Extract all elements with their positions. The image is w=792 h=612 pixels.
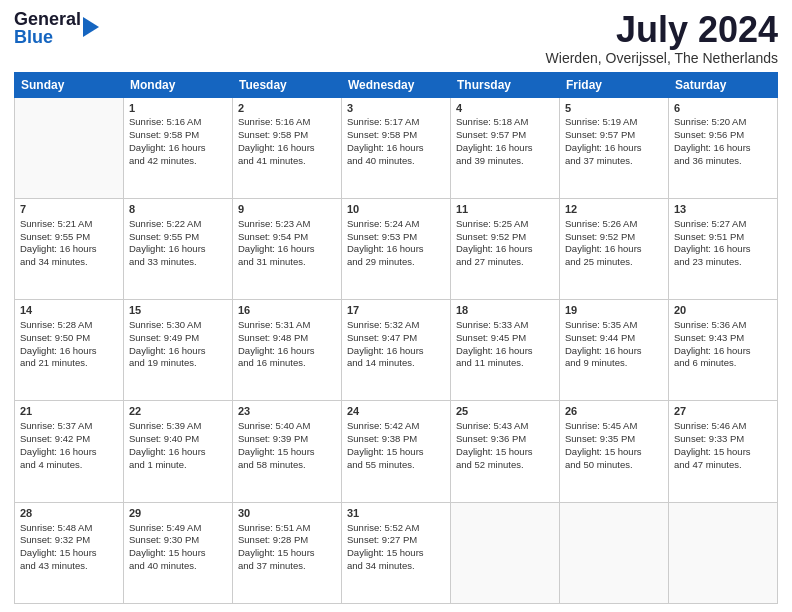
day-number: 14 (20, 303, 118, 318)
cell-text: Sunset: 9:55 PM (129, 231, 227, 244)
cell-text: Daylight: 16 hours (347, 142, 445, 155)
cell-text: and 37 minutes. (238, 560, 336, 573)
day-number: 18 (456, 303, 554, 318)
calendar-cell: 6Sunrise: 5:20 AMSunset: 9:56 PMDaylight… (669, 97, 778, 198)
cell-text: Sunset: 9:43 PM (674, 332, 772, 345)
cell-text: Daylight: 15 hours (456, 446, 554, 459)
calendar-cell: 31Sunrise: 5:52 AMSunset: 9:27 PMDayligh… (342, 502, 451, 603)
cell-text: and 14 minutes. (347, 357, 445, 370)
cell-text: Sunset: 9:57 PM (565, 129, 663, 142)
cell-text: and 55 minutes. (347, 459, 445, 472)
cell-text: and 9 minutes. (565, 357, 663, 370)
cell-text: and 40 minutes. (347, 155, 445, 168)
calendar-cell: 7Sunrise: 5:21 AMSunset: 9:55 PMDaylight… (15, 198, 124, 299)
day-number: 27 (674, 404, 772, 419)
cell-text: and 27 minutes. (456, 256, 554, 269)
cell-text: Sunrise: 5:16 AM (238, 116, 336, 129)
day-number: 17 (347, 303, 445, 318)
cell-text: Sunset: 9:36 PM (456, 433, 554, 446)
cell-text: Daylight: 16 hours (456, 345, 554, 358)
page: General Blue July 2024 Wierden, Overijss… (0, 0, 792, 612)
cell-text: Sunrise: 5:22 AM (129, 218, 227, 231)
day-number: 6 (674, 101, 772, 116)
day-number: 30 (238, 506, 336, 521)
cell-text: Sunset: 9:28 PM (238, 534, 336, 547)
cell-text: Sunset: 9:44 PM (565, 332, 663, 345)
cell-text: and 41 minutes. (238, 155, 336, 168)
cell-text: Daylight: 16 hours (674, 142, 772, 155)
day-number: 28 (20, 506, 118, 521)
calendar-cell: 8Sunrise: 5:22 AMSunset: 9:55 PMDaylight… (124, 198, 233, 299)
cell-text: Sunset: 9:52 PM (456, 231, 554, 244)
calendar-cell: 16Sunrise: 5:31 AMSunset: 9:48 PMDayligh… (233, 300, 342, 401)
day-number: 8 (129, 202, 227, 217)
calendar-cell: 17Sunrise: 5:32 AMSunset: 9:47 PMDayligh… (342, 300, 451, 401)
day-number: 23 (238, 404, 336, 419)
calendar-cell: 19Sunrise: 5:35 AMSunset: 9:44 PMDayligh… (560, 300, 669, 401)
cell-text: Sunset: 9:51 PM (674, 231, 772, 244)
col-monday: Monday (124, 72, 233, 97)
day-number: 21 (20, 404, 118, 419)
cell-text: and 19 minutes. (129, 357, 227, 370)
cell-text: Sunset: 9:42 PM (20, 433, 118, 446)
calendar-cell: 24Sunrise: 5:42 AMSunset: 9:38 PMDayligh… (342, 401, 451, 502)
cell-text: Daylight: 15 hours (238, 446, 336, 459)
cell-text: and 1 minute. (129, 459, 227, 472)
cell-text: Sunset: 9:48 PM (238, 332, 336, 345)
cell-text: Sunset: 9:47 PM (347, 332, 445, 345)
calendar-cell: 1Sunrise: 5:16 AMSunset: 9:58 PMDaylight… (124, 97, 233, 198)
day-number: 13 (674, 202, 772, 217)
day-number: 24 (347, 404, 445, 419)
calendar-cell: 27Sunrise: 5:46 AMSunset: 9:33 PMDayligh… (669, 401, 778, 502)
cell-text: Sunrise: 5:46 AM (674, 420, 772, 433)
cell-text: Sunset: 9:58 PM (347, 129, 445, 142)
cell-text: Sunrise: 5:20 AM (674, 116, 772, 129)
cell-text: Sunrise: 5:49 AM (129, 522, 227, 535)
cell-text: Sunrise: 5:48 AM (20, 522, 118, 535)
cell-text: Sunrise: 5:52 AM (347, 522, 445, 535)
col-thursday: Thursday (451, 72, 560, 97)
calendar-cell: 30Sunrise: 5:51 AMSunset: 9:28 PMDayligh… (233, 502, 342, 603)
cell-text: Sunrise: 5:43 AM (456, 420, 554, 433)
day-number: 5 (565, 101, 663, 116)
cell-text: Sunset: 9:54 PM (238, 231, 336, 244)
cell-text: Sunset: 9:33 PM (674, 433, 772, 446)
col-tuesday: Tuesday (233, 72, 342, 97)
cell-text: Daylight: 15 hours (674, 446, 772, 459)
cell-text: Sunrise: 5:17 AM (347, 116, 445, 129)
cell-text: Sunset: 9:57 PM (456, 129, 554, 142)
cell-text: Daylight: 15 hours (347, 547, 445, 560)
cell-text: Sunrise: 5:33 AM (456, 319, 554, 332)
header: General Blue July 2024 Wierden, Overijss… (14, 10, 778, 66)
month-title: July 2024 (546, 10, 778, 50)
header-row: Sunday Monday Tuesday Wednesday Thursday… (15, 72, 778, 97)
day-number: 12 (565, 202, 663, 217)
cell-text: and 50 minutes. (565, 459, 663, 472)
cell-text: Sunrise: 5:31 AM (238, 319, 336, 332)
day-number: 4 (456, 101, 554, 116)
week-row-5: 28Sunrise: 5:48 AMSunset: 9:32 PMDayligh… (15, 502, 778, 603)
calendar-cell: 18Sunrise: 5:33 AMSunset: 9:45 PMDayligh… (451, 300, 560, 401)
day-number: 15 (129, 303, 227, 318)
calendar-cell: 5Sunrise: 5:19 AMSunset: 9:57 PMDaylight… (560, 97, 669, 198)
cell-text: Sunrise: 5:25 AM (456, 218, 554, 231)
cell-text: Daylight: 16 hours (347, 345, 445, 358)
cell-text: Daylight: 16 hours (129, 243, 227, 256)
calendar-table: Sunday Monday Tuesday Wednesday Thursday… (14, 72, 778, 604)
cell-text: Sunrise: 5:32 AM (347, 319, 445, 332)
cell-text: and 21 minutes. (20, 357, 118, 370)
cell-text: Daylight: 16 hours (347, 243, 445, 256)
day-number: 7 (20, 202, 118, 217)
cell-text: Sunset: 9:30 PM (129, 534, 227, 547)
calendar-cell: 3Sunrise: 5:17 AMSunset: 9:58 PMDaylight… (342, 97, 451, 198)
calendar-cell: 4Sunrise: 5:18 AMSunset: 9:57 PMDaylight… (451, 97, 560, 198)
cell-text: Daylight: 16 hours (565, 142, 663, 155)
cell-text: Sunset: 9:27 PM (347, 534, 445, 547)
day-number: 1 (129, 101, 227, 116)
day-number: 2 (238, 101, 336, 116)
calendar-cell: 15Sunrise: 5:30 AMSunset: 9:49 PMDayligh… (124, 300, 233, 401)
week-row-1: 1Sunrise: 5:16 AMSunset: 9:58 PMDaylight… (15, 97, 778, 198)
cell-text: Sunset: 9:40 PM (129, 433, 227, 446)
calendar-cell: 2Sunrise: 5:16 AMSunset: 9:58 PMDaylight… (233, 97, 342, 198)
day-number: 31 (347, 506, 445, 521)
